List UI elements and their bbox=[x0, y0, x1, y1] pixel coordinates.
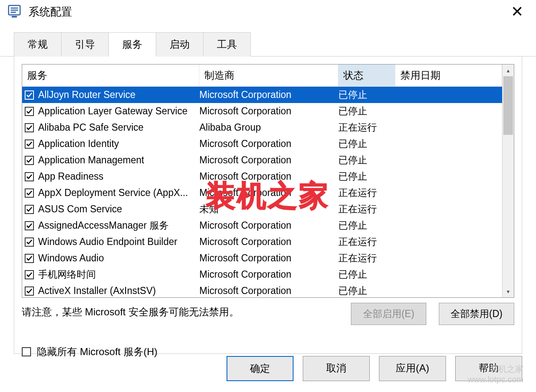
cell-status: 正在运行 bbox=[338, 121, 395, 134]
scroll-down-button[interactable]: ▾ bbox=[502, 286, 514, 297]
svg-rect-3 bbox=[11, 12, 16, 13]
hide-microsoft-label: 隐藏所有 Microsoft 服务(H) bbox=[37, 345, 157, 358]
row-checkbox[interactable] bbox=[22, 270, 36, 279]
cell-manufacturer: Microsoft Corporation bbox=[199, 187, 338, 199]
row-checkbox[interactable] bbox=[22, 254, 36, 263]
table-row[interactable]: AppX Deployment Service (AppX...Microsof… bbox=[22, 185, 502, 201]
tab-boot[interactable]: 引导 bbox=[61, 32, 109, 57]
window-title: 系统配置 bbox=[28, 5, 72, 19]
table-row[interactable]: Application ManagementMicrosoft Corporat… bbox=[22, 152, 502, 168]
cell-manufacturer: Microsoft Corporation bbox=[199, 220, 338, 231]
cell-manufacturer: Microsoft Corporation bbox=[199, 236, 338, 248]
enable-all-button[interactable]: 全部启用(E) bbox=[351, 303, 426, 325]
cell-manufacturer: Microsoft Corporation bbox=[199, 269, 338, 280]
apply-button[interactable]: 应用(A) bbox=[379, 356, 446, 381]
cell-status: 已停止 bbox=[338, 88, 395, 101]
cell-status: 已停止 bbox=[338, 170, 395, 183]
table-row[interactable]: ActiveX Installer (AxInstSV)Microsoft Co… bbox=[22, 283, 502, 297]
cell-manufacturer: Microsoft Corporation bbox=[199, 155, 338, 166]
row-checkbox[interactable] bbox=[22, 107, 36, 116]
cell-status: 正在运行 bbox=[338, 186, 395, 199]
tab-general[interactable]: 常规 bbox=[14, 32, 62, 57]
cell-service: 手机网络时间 bbox=[36, 268, 199, 281]
cell-manufacturer: Microsoft Corporation bbox=[199, 89, 338, 101]
list-header: 服务 制造商 状态 禁用日期 bbox=[22, 64, 502, 87]
cell-status: 已停止 bbox=[338, 268, 395, 281]
table-row[interactable]: 手机网络时间Microsoft Corporation已停止 bbox=[22, 266, 502, 283]
row-checkbox[interactable] bbox=[22, 123, 36, 132]
scroll-thumb[interactable] bbox=[503, 76, 513, 135]
row-checkbox[interactable] bbox=[22, 139, 36, 149]
cell-manufacturer: Microsoft Corporation bbox=[199, 285, 338, 297]
cell-service: Windows Audio bbox=[36, 253, 199, 264]
cell-manufacturer: Alibaba Group bbox=[199, 122, 338, 133]
cell-service: ASUS Com Service bbox=[36, 204, 199, 215]
table-row[interactable]: Windows Audio Endpoint BuilderMicrosoft … bbox=[22, 234, 502, 250]
svg-rect-1 bbox=[11, 8, 18, 9]
cell-manufacturer: Microsoft Corporation bbox=[199, 106, 338, 117]
cell-service: Alibaba PC Safe Service bbox=[36, 122, 199, 133]
row-checkbox[interactable] bbox=[22, 286, 36, 296]
cell-status: 已停止 bbox=[338, 105, 395, 118]
cell-manufacturer: 未知 bbox=[199, 203, 338, 216]
scroll-up-button[interactable]: ▴ bbox=[502, 64, 514, 76]
table-row[interactable]: Application Layer Gateway ServiceMicroso… bbox=[22, 103, 502, 119]
table-row[interactable]: AllJoyn Router ServiceMicrosoft Corporat… bbox=[22, 87, 502, 103]
services-list: 服务 制造商 状态 禁用日期 AllJoyn Router ServiceMic… bbox=[22, 64, 514, 298]
msconfig-icon bbox=[8, 3, 24, 20]
table-row[interactable]: Alibaba PC Safe ServiceAlibaba Group正在运行 bbox=[22, 119, 502, 136]
cell-manufacturer: Microsoft Corporation bbox=[199, 171, 338, 182]
table-row[interactable]: ASUS Com Service未知正在运行 bbox=[22, 201, 502, 217]
scroll-track[interactable] bbox=[502, 76, 514, 286]
table-row[interactable]: Application IdentityMicrosoft Corporatio… bbox=[22, 136, 502, 152]
col-manufacturer[interactable]: 制造商 bbox=[199, 64, 338, 86]
cell-service: Application Layer Gateway Service bbox=[36, 106, 199, 117]
tab-tools[interactable]: 工具 bbox=[203, 32, 251, 57]
cell-status: 正在运行 bbox=[338, 252, 395, 265]
table-row[interactable]: Windows AudioMicrosoft Corporation正在运行 bbox=[22, 250, 502, 266]
dialog-footer: 确定 取消 应用(A) 帮助 bbox=[227, 356, 522, 381]
cell-service: App Readiness bbox=[36, 171, 199, 182]
disable-all-button[interactable]: 全部禁用(D) bbox=[439, 303, 514, 325]
cell-service: AssignedAccessManager 服务 bbox=[36, 219, 199, 232]
list-body[interactable]: AllJoyn Router ServiceMicrosoft Corporat… bbox=[22, 87, 502, 297]
cell-manufacturer: Microsoft Corporation bbox=[199, 138, 338, 150]
cell-status: 正在运行 bbox=[338, 203, 395, 216]
services-panel: 服务 制造商 状态 禁用日期 AllJoyn Router ServiceMic… bbox=[14, 57, 522, 354]
close-button[interactable]: ✕ bbox=[503, 4, 531, 19]
security-note: 请注意，某些 Microsoft 安全服务可能无法禁用。 bbox=[22, 303, 351, 319]
row-checkbox[interactable] bbox=[22, 172, 36, 181]
col-status[interactable]: 状态 bbox=[338, 64, 395, 86]
row-checkbox[interactable] bbox=[22, 188, 36, 198]
cell-manufacturer: Microsoft Corporation bbox=[199, 253, 338, 264]
cell-service: Application Management bbox=[36, 155, 199, 166]
help-button[interactable]: 帮助 bbox=[455, 356, 522, 381]
cell-service: Application Identity bbox=[36, 138, 199, 150]
tab-startup[interactable]: 启动 bbox=[156, 32, 204, 57]
svg-rect-2 bbox=[11, 10, 18, 11]
cell-status: 已停止 bbox=[338, 137, 395, 150]
table-row[interactable]: AssignedAccessManager 服务Microsoft Corpor… bbox=[22, 217, 502, 234]
tab-strip: 常规 引导 服务 启动 工具 bbox=[0, 32, 536, 57]
row-checkbox[interactable] bbox=[22, 221, 36, 230]
tab-services[interactable]: 服务 bbox=[108, 32, 156, 57]
cell-service: Windows Audio Endpoint Builder bbox=[36, 236, 199, 248]
cell-service: AppX Deployment Service (AppX... bbox=[36, 187, 199, 199]
vertical-scrollbar[interactable]: ▴ ▾ bbox=[502, 64, 514, 297]
cell-status: 正在运行 bbox=[338, 235, 395, 248]
col-service[interactable]: 服务 bbox=[22, 64, 199, 86]
row-checkbox[interactable] bbox=[22, 237, 36, 247]
row-checkbox[interactable] bbox=[22, 90, 36, 100]
col-disabled-date[interactable]: 禁用日期 bbox=[395, 64, 502, 86]
table-row[interactable]: App ReadinessMicrosoft Corporation已停止 bbox=[22, 168, 502, 185]
cell-status: 已停止 bbox=[338, 284, 395, 297]
ok-button[interactable]: 确定 bbox=[227, 356, 294, 381]
checkbox-icon bbox=[22, 347, 31, 356]
title-bar: 系统配置 ✕ bbox=[0, 0, 536, 23]
cell-service: ActiveX Installer (AxInstSV) bbox=[36, 285, 199, 297]
cell-status: 已停止 bbox=[338, 154, 395, 167]
cancel-button[interactable]: 取消 bbox=[303, 356, 370, 381]
row-checkbox[interactable] bbox=[22, 205, 36, 214]
row-checkbox[interactable] bbox=[22, 156, 36, 165]
svg-rect-4 bbox=[12, 16, 17, 18]
